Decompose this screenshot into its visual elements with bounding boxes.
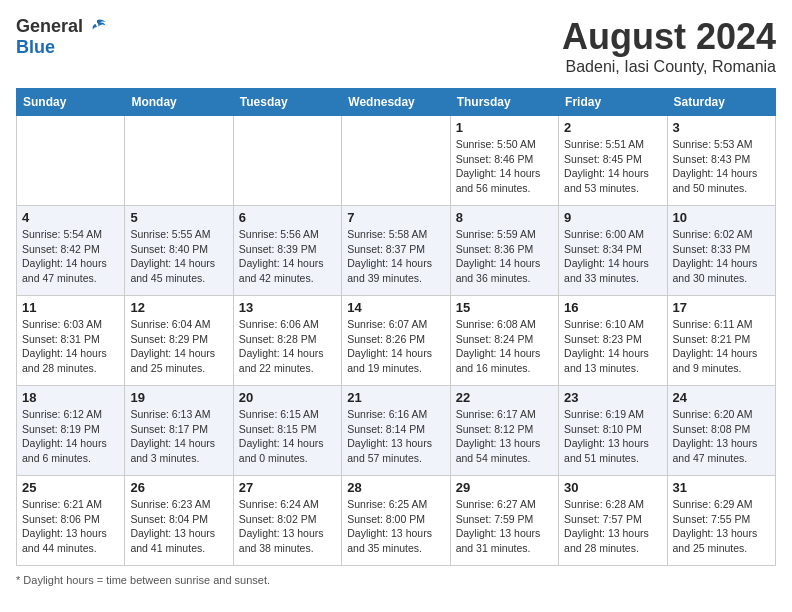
day-number: 2 bbox=[564, 120, 661, 135]
day-number: 20 bbox=[239, 390, 336, 405]
day-header-wednesday: Wednesday bbox=[342, 89, 450, 116]
day-info: Sunrise: 6:00 AMSunset: 8:34 PMDaylight:… bbox=[564, 227, 661, 286]
footer-note: * Daylight hours = time between sunrise … bbox=[16, 574, 776, 586]
day-cell: 12Sunrise: 6:04 AMSunset: 8:29 PMDayligh… bbox=[125, 296, 233, 386]
day-info: Sunrise: 5:58 AMSunset: 8:37 PMDaylight:… bbox=[347, 227, 444, 286]
day-cell bbox=[233, 116, 341, 206]
day-cell: 3Sunrise: 5:53 AMSunset: 8:43 PMDaylight… bbox=[667, 116, 775, 206]
day-header-monday: Monday bbox=[125, 89, 233, 116]
day-info: Sunrise: 5:51 AMSunset: 8:45 PMDaylight:… bbox=[564, 137, 661, 196]
day-number: 18 bbox=[22, 390, 119, 405]
day-info: Sunrise: 6:07 AMSunset: 8:26 PMDaylight:… bbox=[347, 317, 444, 376]
day-number: 29 bbox=[456, 480, 553, 495]
day-cell: 27Sunrise: 6:24 AMSunset: 8:02 PMDayligh… bbox=[233, 476, 341, 566]
day-header-sunday: Sunday bbox=[17, 89, 125, 116]
day-info: Sunrise: 6:27 AMSunset: 7:59 PMDaylight:… bbox=[456, 497, 553, 556]
day-number: 15 bbox=[456, 300, 553, 315]
week-row-1: 1Sunrise: 5:50 AMSunset: 8:46 PMDaylight… bbox=[17, 116, 776, 206]
day-info: Sunrise: 6:12 AMSunset: 8:19 PMDaylight:… bbox=[22, 407, 119, 466]
day-number: 12 bbox=[130, 300, 227, 315]
day-header-thursday: Thursday bbox=[450, 89, 558, 116]
header: General Blue August 2024 Badeni, Iasi Co… bbox=[16, 16, 776, 76]
day-number: 23 bbox=[564, 390, 661, 405]
day-info: Sunrise: 6:06 AMSunset: 8:28 PMDaylight:… bbox=[239, 317, 336, 376]
day-number: 8 bbox=[456, 210, 553, 225]
day-info: Sunrise: 5:53 AMSunset: 8:43 PMDaylight:… bbox=[673, 137, 770, 196]
day-number: 7 bbox=[347, 210, 444, 225]
day-cell: 25Sunrise: 6:21 AMSunset: 8:06 PMDayligh… bbox=[17, 476, 125, 566]
day-number: 6 bbox=[239, 210, 336, 225]
day-number: 4 bbox=[22, 210, 119, 225]
day-cell: 9Sunrise: 6:00 AMSunset: 8:34 PMDaylight… bbox=[559, 206, 667, 296]
day-number: 25 bbox=[22, 480, 119, 495]
day-cell: 13Sunrise: 6:06 AMSunset: 8:28 PMDayligh… bbox=[233, 296, 341, 386]
day-cell: 23Sunrise: 6:19 AMSunset: 8:10 PMDayligh… bbox=[559, 386, 667, 476]
day-info: Sunrise: 5:50 AMSunset: 8:46 PMDaylight:… bbox=[456, 137, 553, 196]
day-cell bbox=[17, 116, 125, 206]
day-number: 28 bbox=[347, 480, 444, 495]
day-cell: 30Sunrise: 6:28 AMSunset: 7:57 PMDayligh… bbox=[559, 476, 667, 566]
day-number: 3 bbox=[673, 120, 770, 135]
day-info: Sunrise: 6:15 AMSunset: 8:15 PMDaylight:… bbox=[239, 407, 336, 466]
week-row-5: 25Sunrise: 6:21 AMSunset: 8:06 PMDayligh… bbox=[17, 476, 776, 566]
day-cell: 16Sunrise: 6:10 AMSunset: 8:23 PMDayligh… bbox=[559, 296, 667, 386]
day-cell: 18Sunrise: 6:12 AMSunset: 8:19 PMDayligh… bbox=[17, 386, 125, 476]
day-cell: 20Sunrise: 6:15 AMSunset: 8:15 PMDayligh… bbox=[233, 386, 341, 476]
day-number: 16 bbox=[564, 300, 661, 315]
day-header-friday: Friday bbox=[559, 89, 667, 116]
week-row-3: 11Sunrise: 6:03 AMSunset: 8:31 PMDayligh… bbox=[17, 296, 776, 386]
day-cell: 26Sunrise: 6:23 AMSunset: 8:04 PMDayligh… bbox=[125, 476, 233, 566]
day-cell: 29Sunrise: 6:27 AMSunset: 7:59 PMDayligh… bbox=[450, 476, 558, 566]
day-cell: 19Sunrise: 6:13 AMSunset: 8:17 PMDayligh… bbox=[125, 386, 233, 476]
day-cell: 21Sunrise: 6:16 AMSunset: 8:14 PMDayligh… bbox=[342, 386, 450, 476]
title-area: August 2024 Badeni, Iasi County, Romania bbox=[562, 16, 776, 76]
day-cell: 24Sunrise: 6:20 AMSunset: 8:08 PMDayligh… bbox=[667, 386, 775, 476]
day-number: 26 bbox=[130, 480, 227, 495]
day-cell: 17Sunrise: 6:11 AMSunset: 8:21 PMDayligh… bbox=[667, 296, 775, 386]
day-info: Sunrise: 6:19 AMSunset: 8:10 PMDaylight:… bbox=[564, 407, 661, 466]
day-number: 22 bbox=[456, 390, 553, 405]
day-cell bbox=[125, 116, 233, 206]
day-number: 24 bbox=[673, 390, 770, 405]
day-info: Sunrise: 6:25 AMSunset: 8:00 PMDaylight:… bbox=[347, 497, 444, 556]
day-number: 27 bbox=[239, 480, 336, 495]
day-info: Sunrise: 6:28 AMSunset: 7:57 PMDaylight:… bbox=[564, 497, 661, 556]
day-number: 10 bbox=[673, 210, 770, 225]
month-year-title: August 2024 bbox=[562, 16, 776, 58]
day-info: Sunrise: 5:59 AMSunset: 8:36 PMDaylight:… bbox=[456, 227, 553, 286]
day-info: Sunrise: 6:16 AMSunset: 8:14 PMDaylight:… bbox=[347, 407, 444, 466]
day-info: Sunrise: 6:08 AMSunset: 8:24 PMDaylight:… bbox=[456, 317, 553, 376]
day-cell: 11Sunrise: 6:03 AMSunset: 8:31 PMDayligh… bbox=[17, 296, 125, 386]
day-number: 14 bbox=[347, 300, 444, 315]
day-info: Sunrise: 6:29 AMSunset: 7:55 PMDaylight:… bbox=[673, 497, 770, 556]
day-info: Sunrise: 6:24 AMSunset: 8:02 PMDaylight:… bbox=[239, 497, 336, 556]
week-row-4: 18Sunrise: 6:12 AMSunset: 8:19 PMDayligh… bbox=[17, 386, 776, 476]
logo-blue-text: Blue bbox=[16, 37, 55, 58]
day-info: Sunrise: 6:02 AMSunset: 8:33 PMDaylight:… bbox=[673, 227, 770, 286]
day-header-tuesday: Tuesday bbox=[233, 89, 341, 116]
day-info: Sunrise: 6:11 AMSunset: 8:21 PMDaylight:… bbox=[673, 317, 770, 376]
day-cell: 7Sunrise: 5:58 AMSunset: 8:37 PMDaylight… bbox=[342, 206, 450, 296]
day-cell: 14Sunrise: 6:07 AMSunset: 8:26 PMDayligh… bbox=[342, 296, 450, 386]
day-number: 21 bbox=[347, 390, 444, 405]
day-cell: 31Sunrise: 6:29 AMSunset: 7:55 PMDayligh… bbox=[667, 476, 775, 566]
day-cell bbox=[342, 116, 450, 206]
day-cell: 15Sunrise: 6:08 AMSunset: 8:24 PMDayligh… bbox=[450, 296, 558, 386]
day-info: Sunrise: 6:20 AMSunset: 8:08 PMDaylight:… bbox=[673, 407, 770, 466]
day-cell: 6Sunrise: 5:56 AMSunset: 8:39 PMDaylight… bbox=[233, 206, 341, 296]
day-number: 1 bbox=[456, 120, 553, 135]
day-info: Sunrise: 6:23 AMSunset: 8:04 PMDaylight:… bbox=[130, 497, 227, 556]
calendar-table: SundayMondayTuesdayWednesdayThursdayFrid… bbox=[16, 88, 776, 566]
day-info: Sunrise: 6:17 AMSunset: 8:12 PMDaylight:… bbox=[456, 407, 553, 466]
day-cell: 8Sunrise: 5:59 AMSunset: 8:36 PMDaylight… bbox=[450, 206, 558, 296]
day-cell: 28Sunrise: 6:25 AMSunset: 8:00 PMDayligh… bbox=[342, 476, 450, 566]
day-cell: 5Sunrise: 5:55 AMSunset: 8:40 PMDaylight… bbox=[125, 206, 233, 296]
day-header-saturday: Saturday bbox=[667, 89, 775, 116]
day-info: Sunrise: 6:13 AMSunset: 8:17 PMDaylight:… bbox=[130, 407, 227, 466]
logo-bird-icon bbox=[87, 17, 107, 37]
day-number: 13 bbox=[239, 300, 336, 315]
week-row-2: 4Sunrise: 5:54 AMSunset: 8:42 PMDaylight… bbox=[17, 206, 776, 296]
day-number: 9 bbox=[564, 210, 661, 225]
day-number: 11 bbox=[22, 300, 119, 315]
day-info: Sunrise: 5:55 AMSunset: 8:40 PMDaylight:… bbox=[130, 227, 227, 286]
